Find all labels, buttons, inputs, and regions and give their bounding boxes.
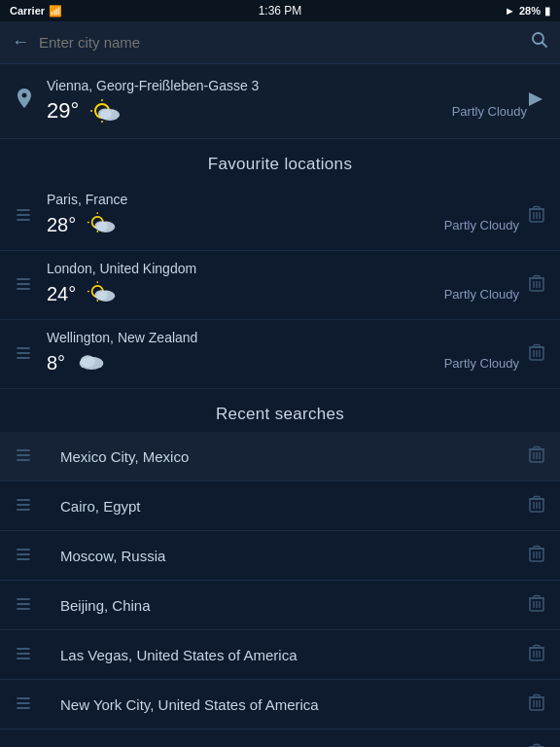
status-right: ► 28% ▮ [505,5,550,18]
drag-handle-icon [16,696,31,713]
recent-search-name: Las Vegas, United States of America [60,647,519,663]
current-weather-row: 29° Partly Cloudy [47,97,527,124]
navigate-arrow-icon [527,90,544,112]
fav-weather-icon [86,210,119,240]
fav-info: London, United Kingdom 24° Partly Cloudy [47,261,519,309]
status-time: 1:36 PM [259,4,302,18]
battery-text: 28% [519,5,541,17]
favourites-header: Favourite locations [0,139,560,182]
location-icon: ► [505,5,515,17]
delete-fav-button[interactable] [529,274,544,296]
drag-handle-icon [16,277,31,294]
recent-header: Recent searches [0,389,560,432]
recent-search-item[interactable]: Tokyo, Japan [0,729,560,747]
recent-search-name: Beijing, China [60,597,519,614]
drag-handle-icon [16,498,31,515]
fav-desc: Partly Cloudy [444,356,519,371]
fav-name: London, United Kingdom [47,261,519,276]
delete-recent-button[interactable] [529,445,544,467]
wifi-icon: 📶 [49,5,62,18]
favourites-list: Paris, France 28° Partly Cloudy London, … [0,182,560,389]
svg-point-43 [81,355,95,367]
delete-recent-button[interactable] [529,495,544,516]
fav-temp: 28° [47,214,76,236]
carrier-text: Carrier [10,5,45,17]
favourite-item[interactable]: Wellington, New Zealand 8° Partly Cloudy [0,320,560,389]
fav-name: Wellington, New Zealand [47,330,519,345]
current-temp: 29° [47,98,79,124]
recent-search-name: New York City, United States of America [60,696,519,713]
recent-list: Mexico City, Mexico Cairo, Egypt Moscow,… [0,432,560,747]
recent-search-name: Moscow, Russia [60,548,519,564]
fav-info: Paris, France 28° Partly Cloudy [47,192,519,240]
recent-search-item[interactable]: Cairo, Egypt [0,481,560,531]
current-location-info: Vienna, Georg-Freißleben-Gasse 3 29° Par… [47,78,527,124]
drag-handle-icon [16,647,31,663]
svg-point-33 [95,290,108,300]
delete-recent-button[interactable] [529,694,544,715]
fav-info: Wellington, New Zealand 8° Partly Cloudy [47,330,519,378]
delete-recent-button[interactable] [529,545,544,566]
svg-point-8 [98,109,112,120]
current-location-name: Vienna, Georg-Freißleben-Gasse 3 [47,78,527,93]
back-button[interactable]: ← [12,32,29,53]
current-weather-desc: Partly Cloudy [452,104,527,119]
delete-recent-button[interactable] [529,743,544,747]
search-icon [531,31,548,49]
current-location-row[interactable]: Vienna, Georg-Freißleben-Gasse 3 29° Par… [0,64,560,139]
recent-search-name: Cairo, Egypt [60,498,519,515]
partly-cloudy-icon-current [88,97,123,124]
drag-handle-icon [16,548,31,564]
fav-name: Paris, France [47,192,519,207]
fav-weather-row: 8° Partly Cloudy [47,348,519,378]
favourite-item[interactable]: London, United Kingdom 24° Partly Cloudy [0,251,560,320]
status-bar: Carrier 📶 1:36 PM ► 28% ▮ [0,0,560,21]
fav-desc: Partly Cloudy [444,218,519,232]
drag-handle-icon [16,597,31,614]
search-input[interactable] [39,34,521,51]
fav-weather-icon [86,279,119,309]
drag-handle-icon [16,208,31,225]
svg-line-1 [542,43,547,48]
delete-recent-button[interactable] [529,644,544,665]
delete-fav-button[interactable] [529,205,544,227]
delete-fav-button[interactable] [529,343,544,365]
recent-search-item[interactable]: Mexico City, Mexico [0,432,560,481]
fav-temp: 8° [47,352,65,374]
location-pin-icon [16,89,33,115]
search-bar: ← [0,21,560,64]
favourite-item[interactable]: Paris, France 28° Partly Cloudy [0,182,560,251]
drag-handle-icon [16,448,31,465]
recent-search-name: Mexico City, Mexico [60,448,519,465]
search-button[interactable] [531,31,548,53]
fav-weather-row: 24° Partly Cloudy [47,279,519,309]
recent-search-item[interactable]: New York City, United States of America [0,680,560,729]
delete-recent-button[interactable] [529,594,544,616]
recent-search-item[interactable]: Las Vegas, United States of America [0,630,560,680]
fav-weather-icon [75,348,108,378]
recent-search-item[interactable]: Moscow, Russia [0,531,560,581]
svg-point-18 [95,221,108,231]
recent-search-item[interactable]: Beijing, China [0,581,560,630]
fav-temp: 24° [47,283,76,305]
status-carrier: Carrier 📶 [10,5,62,18]
fav-weather-row: 28° Partly Cloudy [47,210,519,240]
battery-icon: ▮ [544,5,550,18]
fav-desc: Partly Cloudy [444,287,519,302]
drag-handle-icon [16,346,31,363]
